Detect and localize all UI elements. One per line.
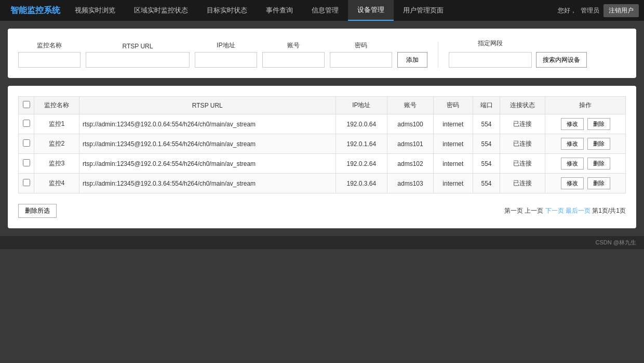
row-port: 554 bbox=[473, 134, 500, 154]
row-ip: 192.0.0.64 bbox=[336, 114, 387, 134]
account-label: 账号 bbox=[262, 41, 325, 50]
row-account: adms103 bbox=[387, 174, 434, 193]
nav-item-user-manage[interactable]: 用户管理页面 bbox=[394, 0, 453, 21]
password-group: 密码 bbox=[330, 41, 392, 68]
search-network-button[interactable]: 搜索内网设备 bbox=[536, 52, 587, 68]
row-actions: 修改 删除 bbox=[545, 174, 626, 193]
col-header-name: 监控名称 bbox=[34, 97, 79, 114]
monitor-name-input[interactable] bbox=[18, 52, 81, 68]
row-name: 监控2 bbox=[34, 134, 79, 154]
row-rtsp: rtsp://admin:12345@192.0.3.64:554/h264/c… bbox=[79, 174, 336, 193]
table-row: 监控4 rtsp://admin:12345@192.0.3.64:554/h2… bbox=[19, 174, 626, 193]
footer: CSDN @林九生 bbox=[0, 236, 644, 249]
monitor-name-group: 监控名称 bbox=[18, 41, 81, 68]
logout-button[interactable]: 注销用户 bbox=[603, 4, 639, 17]
network-segment-input[interactable] bbox=[449, 52, 532, 68]
nav-item-event-query[interactable]: 事件查询 bbox=[257, 0, 302, 21]
row-password: internet bbox=[434, 114, 473, 134]
edit-button[interactable]: 修改 bbox=[561, 118, 584, 130]
rtsp-url-group: RTSP URL bbox=[86, 43, 190, 68]
nav-item-area-monitor[interactable]: 区域实时监控状态 bbox=[125, 0, 197, 21]
row-ip: 192.0.2.64 bbox=[336, 154, 387, 174]
row-ip: 192.0.1.64 bbox=[336, 134, 387, 154]
row-port: 554 bbox=[473, 114, 500, 134]
monitor-name-label: 监控名称 bbox=[18, 41, 81, 50]
nav-item-video-browse[interactable]: 视频实时浏览 bbox=[65, 0, 125, 21]
divider bbox=[438, 42, 438, 68]
user-greeting: 您好， bbox=[558, 6, 576, 15]
row-port: 554 bbox=[473, 174, 500, 193]
nav-item-target-status[interactable]: 目标实时状态 bbox=[197, 0, 257, 21]
col-header-rtsp: RTSP URL bbox=[79, 97, 336, 114]
header-right: 您好， 管理员 注销用户 bbox=[558, 4, 639, 17]
col-header-status: 连接状态 bbox=[500, 97, 545, 114]
rtsp-url-label: RTSP URL bbox=[86, 43, 190, 50]
delete-button[interactable]: 删除 bbox=[587, 118, 610, 130]
user-name: 管理员 bbox=[581, 6, 599, 15]
select-all-header bbox=[19, 97, 34, 114]
col-header-ip: IP地址 bbox=[336, 97, 387, 114]
network-segment-label: 指定网段 bbox=[449, 39, 532, 48]
row-account: adms100 bbox=[387, 114, 434, 134]
pagination-row: 删除所选 第一页 上一页 下一页 最后一页 第1页/共1页 bbox=[18, 204, 626, 218]
row-checkbox-cell bbox=[19, 154, 34, 174]
password-input[interactable] bbox=[330, 52, 392, 68]
delete-button[interactable]: 删除 bbox=[587, 158, 610, 170]
next-page-link[interactable]: 下一页 bbox=[545, 207, 564, 214]
pagination: 第一页 上一页 下一页 最后一页 第1页/共1页 bbox=[504, 206, 626, 215]
edit-button[interactable]: 修改 bbox=[561, 138, 584, 150]
device-table-card: 监控名称 RTSP URL IP地址 账号 密码 端口 连接状态 操作 监控1 … bbox=[8, 86, 636, 228]
row-checkbox-cell bbox=[19, 114, 34, 134]
account-group: 账号 bbox=[262, 41, 325, 68]
nav-item-device-manage[interactable]: 设备管理 bbox=[348, 0, 394, 21]
device-table: 监控名称 RTSP URL IP地址 账号 密码 端口 连接状态 操作 监控1 … bbox=[18, 96, 626, 193]
row-checkbox[interactable] bbox=[23, 139, 30, 147]
add-button[interactable]: 添加 bbox=[397, 52, 427, 68]
row-port: 554 bbox=[473, 154, 500, 174]
row-checkbox-cell bbox=[19, 134, 34, 154]
row-rtsp: rtsp://admin:12345@192.0.1.64:554/h264/c… bbox=[79, 134, 336, 154]
edit-button[interactable]: 修改 bbox=[561, 177, 584, 189]
nav-item-info-manage[interactable]: 信息管理 bbox=[302, 0, 348, 21]
delete-button[interactable]: 删除 bbox=[587, 177, 610, 189]
delete-button[interactable]: 删除 bbox=[587, 138, 610, 150]
footer-text: CSDN @林九生 bbox=[596, 239, 636, 245]
rtsp-url-input[interactable] bbox=[86, 52, 190, 68]
row-password: internet bbox=[434, 154, 473, 174]
row-rtsp: rtsp://admin:12345@192.0.2.64:554/h264/c… bbox=[79, 154, 336, 174]
table-header-row: 监控名称 RTSP URL IP地址 账号 密码 端口 连接状态 操作 bbox=[19, 97, 626, 114]
row-status: 已连接 bbox=[500, 154, 545, 174]
col-header-port: 端口 bbox=[473, 97, 500, 114]
col-header-account: 账号 bbox=[387, 97, 434, 114]
row-actions: 修改 删除 bbox=[545, 114, 626, 134]
row-status: 已连接 bbox=[500, 174, 545, 193]
page-info: 第1页/共1页 bbox=[591, 207, 626, 214]
main-nav: 视频实时浏览 区域实时监控状态 目标实时状态 事件查询 信息管理 设备管理 用户… bbox=[65, 0, 558, 21]
row-ip: 192.0.3.64 bbox=[336, 174, 387, 193]
ip-addr-label: IP地址 bbox=[195, 41, 257, 50]
row-checkbox[interactable] bbox=[23, 159, 30, 166]
row-checkbox-cell bbox=[19, 174, 34, 193]
table-row: 监控1 rtsp://admin:12345@192.0.0.64:554/h2… bbox=[19, 114, 626, 134]
row-name: 监控4 bbox=[34, 174, 79, 193]
network-search-group: 指定网段 搜索内网设备 bbox=[449, 39, 587, 68]
row-account: adms102 bbox=[387, 154, 434, 174]
table-row: 监控3 rtsp://admin:12345@192.0.2.64:554/h2… bbox=[19, 154, 626, 174]
row-checkbox[interactable] bbox=[23, 179, 30, 186]
header: 智能监控系统 视频实时浏览 区域实时监控状态 目标实时状态 事件查询 信息管理 … bbox=[0, 0, 644, 21]
row-rtsp: rtsp://admin:12345@192.0.0.64:554/h264/c… bbox=[79, 114, 336, 134]
row-checkbox[interactable] bbox=[23, 120, 30, 127]
account-input[interactable] bbox=[262, 52, 325, 68]
delete-selected-button[interactable]: 删除所选 bbox=[18, 204, 57, 218]
ip-addr-input[interactable] bbox=[195, 52, 257, 68]
row-actions: 修改 删除 bbox=[545, 154, 626, 174]
last-page-link[interactable]: 最后一页 bbox=[566, 207, 591, 214]
col-header-password: 密码 bbox=[434, 97, 473, 114]
select-all-checkbox[interactable] bbox=[23, 101, 30, 108]
row-password: internet bbox=[434, 134, 473, 154]
app-logo: 智能监控系统 bbox=[5, 5, 65, 16]
row-name: 监控3 bbox=[34, 154, 79, 174]
col-header-action: 操作 bbox=[545, 97, 626, 114]
main-content: 监控名称 RTSP URL IP地址 账号 密码 添加 bbox=[0, 21, 644, 236]
edit-button[interactable]: 修改 bbox=[561, 158, 584, 170]
